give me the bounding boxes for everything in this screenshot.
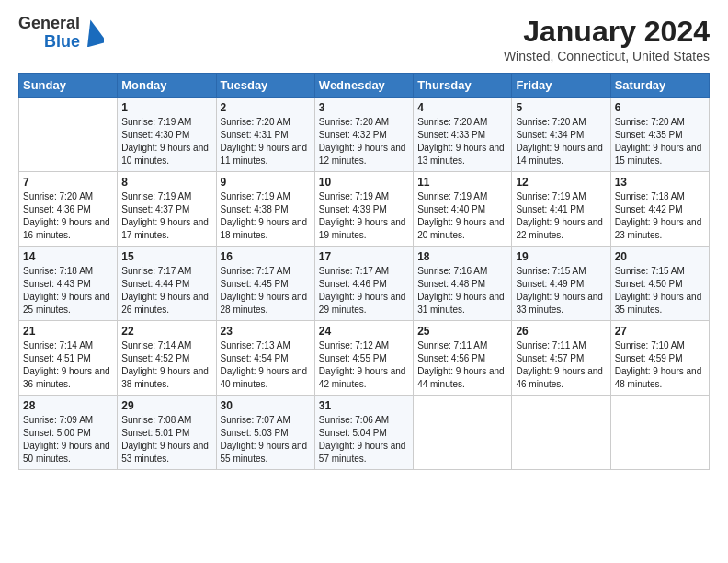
day-number: 15 — [121, 250, 211, 263]
calendar-week-row: 28 Sunrise: 7:09 AM Sunset: 5:00 PM Dayl… — [19, 396, 710, 470]
day-info: Sunrise: 7:11 AM Sunset: 4:57 PM Dayligh… — [516, 339, 606, 391]
day-info: Sunrise: 7:19 AM Sunset: 4:41 PM Dayligh… — [516, 190, 606, 242]
day-info: Sunrise: 7:17 AM Sunset: 4:46 PM Dayligh… — [319, 265, 409, 316]
calendar-cell: 24 Sunrise: 7:12 AM Sunset: 4:55 PM Dayl… — [314, 321, 413, 396]
calendar-cell: 11 Sunrise: 7:19 AM Sunset: 4:40 PM Dayl… — [414, 172, 512, 247]
day-info: Sunrise: 7:14 AM Sunset: 4:51 PM Dayligh… — [23, 339, 113, 391]
day-number: 2 — [221, 101, 311, 114]
day-of-week-header: Thursday — [414, 74, 512, 98]
day-info: Sunrise: 7:10 AM Sunset: 4:59 PM Dayligh… — [615, 339, 705, 391]
day-of-week-header: Sunday — [19, 74, 118, 98]
day-info: Sunrise: 7:20 AM Sunset: 4:32 PM Dayligh… — [319, 116, 409, 167]
day-number: 12 — [516, 176, 606, 189]
calendar-cell: 1 Sunrise: 7:19 AM Sunset: 4:30 PM Dayli… — [118, 98, 216, 172]
day-info: Sunrise: 7:20 AM Sunset: 4:33 PM Dayligh… — [417, 116, 507, 167]
calendar-cell: 2 Sunrise: 7:20 AM Sunset: 4:31 PM Dayli… — [216, 98, 314, 172]
day-number: 30 — [221, 399, 311, 412]
calendar-body: 1 Sunrise: 7:19 AM Sunset: 4:30 PM Dayli… — [19, 98, 710, 470]
day-info: Sunrise: 7:19 AM Sunset: 4:30 PM Dayligh… — [121, 116, 211, 167]
calendar-cell: 14 Sunrise: 7:18 AM Sunset: 4:43 PM Dayl… — [19, 247, 118, 321]
calendar-cell: 8 Sunrise: 7:19 AM Sunset: 4:37 PM Dayli… — [118, 172, 216, 247]
day-of-week-header: Monday — [118, 74, 216, 98]
day-info: Sunrise: 7:19 AM Sunset: 4:39 PM Dayligh… — [319, 190, 409, 242]
day-info: Sunrise: 7:13 AM Sunset: 4:54 PM Dayligh… — [221, 339, 311, 391]
day-info: Sunrise: 7:20 AM Sunset: 4:36 PM Dayligh… — [23, 190, 113, 242]
day-number: 3 — [319, 101, 409, 114]
calendar-table: SundayMondayTuesdayWednesdayThursdayFrid… — [18, 73, 710, 470]
calendar-cell: 19 Sunrise: 7:15 AM Sunset: 4:49 PM Dayl… — [512, 247, 610, 321]
calendar-cell: 25 Sunrise: 7:11 AM Sunset: 4:56 PM Dayl… — [414, 321, 512, 396]
day-info: Sunrise: 7:18 AM Sunset: 4:42 PM Dayligh… — [615, 190, 705, 242]
day-info: Sunrise: 7:17 AM Sunset: 4:44 PM Dayligh… — [121, 265, 211, 316]
day-of-week-header: Wednesday — [314, 74, 413, 98]
day-number: 29 — [121, 399, 211, 412]
day-number: 16 — [221, 250, 311, 263]
day-info: Sunrise: 7:11 AM Sunset: 4:56 PM Dayligh… — [417, 339, 507, 391]
page-header: General Blue January 2024 Winsted, Conne… — [18, 15, 710, 63]
calendar-week-row: 21 Sunrise: 7:14 AM Sunset: 4:51 PM Dayl… — [19, 321, 710, 396]
day-number: 19 — [516, 250, 606, 263]
day-info: Sunrise: 7:18 AM Sunset: 4:43 PM Dayligh… — [23, 265, 113, 316]
calendar-cell: 28 Sunrise: 7:09 AM Sunset: 5:00 PM Dayl… — [19, 396, 118, 470]
calendar-cell: 26 Sunrise: 7:11 AM Sunset: 4:57 PM Dayl… — [512, 321, 610, 396]
day-number: 31 — [319, 399, 409, 412]
logo-blue: Blue — [44, 33, 80, 52]
day-number: 14 — [23, 250, 113, 263]
day-number: 10 — [319, 176, 409, 189]
day-info: Sunrise: 7:06 AM Sunset: 5:04 PM Dayligh… — [319, 414, 409, 465]
location-title: Winsted, Connecticut, United States — [504, 49, 710, 63]
calendar-week-row: 14 Sunrise: 7:18 AM Sunset: 4:43 PM Dayl… — [19, 247, 710, 321]
day-of-week-header: Friday — [512, 74, 610, 98]
calendar-cell: 6 Sunrise: 7:20 AM Sunset: 4:35 PM Dayli… — [610, 98, 709, 172]
calendar-header-row: SundayMondayTuesdayWednesdayThursdayFrid… — [19, 74, 710, 98]
day-info: Sunrise: 7:15 AM Sunset: 4:50 PM Dayligh… — [615, 265, 705, 316]
calendar-cell: 9 Sunrise: 7:19 AM Sunset: 4:38 PM Dayli… — [216, 172, 314, 247]
day-number: 6 — [615, 101, 705, 114]
calendar-cell: 22 Sunrise: 7:14 AM Sunset: 4:52 PM Dayl… — [118, 321, 216, 396]
day-info: Sunrise: 7:15 AM Sunset: 4:49 PM Dayligh… — [516, 265, 606, 316]
day-info: Sunrise: 7:07 AM Sunset: 5:03 PM Dayligh… — [221, 414, 311, 465]
day-number: 1 — [121, 101, 211, 114]
day-number: 21 — [23, 325, 113, 338]
day-info: Sunrise: 7:09 AM Sunset: 5:00 PM Dayligh… — [23, 414, 113, 465]
day-info: Sunrise: 7:20 AM Sunset: 4:35 PM Dayligh… — [615, 116, 705, 167]
day-of-week-header: Saturday — [610, 74, 709, 98]
day-info: Sunrise: 7:12 AM Sunset: 4:55 PM Dayligh… — [319, 339, 409, 391]
calendar-cell: 20 Sunrise: 7:15 AM Sunset: 4:50 PM Dayl… — [610, 247, 709, 321]
day-info: Sunrise: 7:17 AM Sunset: 4:45 PM Dayligh… — [221, 265, 311, 316]
day-number: 4 — [417, 101, 507, 114]
calendar-cell: 30 Sunrise: 7:07 AM Sunset: 5:03 PM Dayl… — [216, 396, 314, 470]
calendar-cell: 7 Sunrise: 7:20 AM Sunset: 4:36 PM Dayli… — [19, 172, 118, 247]
calendar-cell: 17 Sunrise: 7:17 AM Sunset: 4:46 PM Dayl… — [314, 247, 413, 321]
calendar-cell: 16 Sunrise: 7:17 AM Sunset: 4:45 PM Dayl… — [216, 247, 314, 321]
day-number: 8 — [121, 176, 211, 189]
month-title: January 2024 — [504, 15, 710, 49]
day-number: 28 — [23, 399, 113, 412]
calendar-cell: 15 Sunrise: 7:17 AM Sunset: 4:44 PM Dayl… — [118, 247, 216, 321]
svg-marker-0 — [84, 19, 104, 47]
day-number: 22 — [121, 325, 211, 338]
day-info: Sunrise: 7:19 AM Sunset: 4:40 PM Dayligh… — [417, 190, 507, 242]
day-info: Sunrise: 7:19 AM Sunset: 4:37 PM Dayligh… — [121, 190, 211, 242]
day-number: 24 — [319, 325, 409, 338]
day-of-week-header: Tuesday — [216, 74, 314, 98]
day-info: Sunrise: 7:20 AM Sunset: 4:31 PM Dayligh… — [221, 116, 311, 167]
day-number: 25 — [417, 325, 507, 338]
day-info: Sunrise: 7:20 AM Sunset: 4:34 PM Dayligh… — [516, 116, 606, 167]
calendar-cell: 31 Sunrise: 7:06 AM Sunset: 5:04 PM Dayl… — [314, 396, 413, 470]
day-info: Sunrise: 7:14 AM Sunset: 4:52 PM Dayligh… — [121, 339, 211, 391]
calendar-cell — [19, 98, 118, 172]
calendar-cell — [610, 396, 709, 470]
day-number: 26 — [516, 325, 606, 338]
day-number: 13 — [615, 176, 705, 189]
calendar-cell: 10 Sunrise: 7:19 AM Sunset: 4:39 PM Dayl… — [314, 172, 413, 247]
logo-general: General — [18, 15, 80, 33]
calendar-cell: 13 Sunrise: 7:18 AM Sunset: 4:42 PM Dayl… — [610, 172, 709, 247]
day-number: 11 — [417, 176, 507, 189]
calendar-cell: 4 Sunrise: 7:20 AM Sunset: 4:33 PM Dayli… — [414, 98, 512, 172]
day-number: 7 — [23, 176, 113, 189]
day-info: Sunrise: 7:19 AM Sunset: 4:38 PM Dayligh… — [221, 190, 311, 242]
day-number: 9 — [221, 176, 311, 189]
calendar-cell: 29 Sunrise: 7:08 AM Sunset: 5:01 PM Dayl… — [118, 396, 216, 470]
day-number: 5 — [516, 101, 606, 114]
